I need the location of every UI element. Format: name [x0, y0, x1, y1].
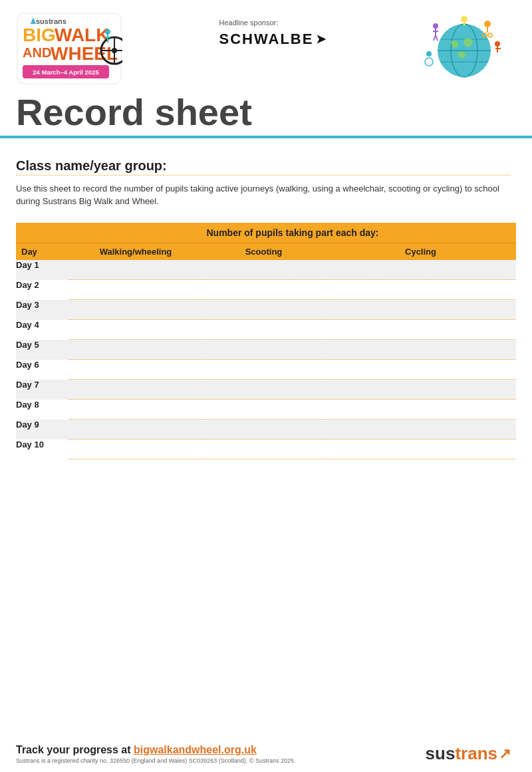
- table-banner-row: Number of pupils taking part each day:: [16, 223, 516, 243]
- scooting-input-day1[interactable]: [202, 268, 325, 280]
- sustrans-prefix: sus: [426, 743, 456, 763]
- col-header-cycling: Cycling: [325, 243, 516, 260]
- scooting-input-day7[interactable]: [202, 388, 325, 400]
- scooting-input-cell[interactable]: [202, 420, 325, 440]
- cycling-input-cell[interactable]: [325, 440, 516, 459]
- cycling-input-cell[interactable]: [325, 320, 516, 340]
- walking-input-day5[interactable]: [69, 348, 202, 360]
- headline-sponsor-label: Headline sponsor:: [219, 19, 279, 27]
- big-walk-wheel-logo: sustrans BIG WALK AND WHEEL: [16, 12, 122, 85]
- day-label: Day 9: [16, 420, 69, 440]
- walking-input-cell[interactable]: [69, 300, 202, 320]
- day-label: Day 6: [16, 360, 69, 380]
- walking-input-cell[interactable]: [69, 360, 202, 380]
- scooting-input-day10[interactable]: [202, 448, 325, 459]
- table-banner: Number of pupils taking part each day:: [69, 223, 516, 243]
- walking-input-cell[interactable]: [69, 400, 202, 420]
- track-link[interactable]: bigwalkandwheel.org.uk: [134, 744, 257, 755]
- table-row: Day 7: [16, 380, 516, 400]
- table-row: Day 4: [16, 320, 516, 340]
- globe-illustration: [418, 12, 511, 85]
- scooting-input-cell[interactable]: [202, 440, 325, 459]
- walking-input-day7[interactable]: [69, 388, 202, 400]
- svg-point-37: [461, 16, 467, 23]
- svg-text:WALK: WALK: [55, 25, 109, 45]
- scooting-input-cell[interactable]: [202, 320, 325, 340]
- svg-point-35: [426, 51, 432, 57]
- scooting-input-day4[interactable]: [202, 328, 325, 340]
- walking-input-cell[interactable]: [69, 320, 202, 340]
- cycling-input-cell[interactable]: [325, 280, 516, 300]
- walking-input-day8[interactable]: [69, 408, 202, 420]
- walking-input-day9[interactable]: [69, 428, 202, 440]
- cycling-input-cell[interactable]: [325, 380, 516, 400]
- scooting-input-cell[interactable]: [202, 300, 325, 320]
- scooting-input-cell[interactable]: [202, 280, 325, 300]
- cycling-input-day7[interactable]: [325, 388, 516, 400]
- svg-point-32: [495, 41, 500, 47]
- page: sustrans BIG WALK AND WHEEL: [0, 0, 532, 772]
- track-label: Track your progress at: [16, 744, 134, 755]
- cycling-input-cell[interactable]: [325, 260, 516, 280]
- scooting-input-day9[interactable]: [202, 428, 325, 440]
- scooting-input-cell[interactable]: [202, 340, 325, 360]
- cycling-input-cell[interactable]: [325, 360, 516, 380]
- day-label: Day 5: [16, 340, 69, 360]
- cycling-input-day10[interactable]: [325, 448, 516, 459]
- logo-area: sustrans BIG WALK AND WHEEL: [16, 12, 122, 85]
- walking-input-cell[interactable]: [69, 440, 202, 459]
- scooting-input-day3[interactable]: [202, 308, 325, 320]
- table-row: Day 3: [16, 300, 516, 320]
- walking-input-cell[interactable]: [69, 260, 202, 280]
- title-section: Record sheet: [0, 92, 532, 138]
- walking-input-day6[interactable]: [69, 368, 202, 380]
- scooting-input-day6[interactable]: [202, 368, 325, 380]
- cycling-input-day5[interactable]: [325, 348, 516, 360]
- scooting-input-day2[interactable]: [202, 288, 325, 300]
- cycling-input-cell[interactable]: [325, 340, 516, 360]
- cycling-input-day2[interactable]: [325, 288, 516, 300]
- scooting-input-cell[interactable]: [202, 360, 325, 380]
- table-row: Day 9: [16, 420, 516, 440]
- class-name-input-line[interactable]: [16, 175, 511, 176]
- footer-left: Track your progress at bigwalkandwheel.o…: [16, 744, 294, 764]
- cycling-input-day4[interactable]: [325, 328, 516, 340]
- sustrans-suffix: trans: [455, 743, 497, 763]
- walking-input-day1[interactable]: [69, 268, 202, 280]
- globe-svg: [421, 14, 507, 84]
- scooting-input-cell[interactable]: [202, 380, 325, 400]
- day-label: Day 7: [16, 380, 69, 400]
- cycling-input-day1[interactable]: [325, 268, 516, 280]
- cycling-input-day9[interactable]: [325, 428, 516, 440]
- table-row: Day 8: [16, 400, 516, 420]
- svg-point-23: [484, 21, 491, 27]
- day-label: Day 4: [16, 320, 69, 340]
- table-row: Day 1: [16, 260, 516, 280]
- svg-point-27: [433, 23, 438, 29]
- table-row: Day 10: [16, 440, 516, 459]
- scooting-input-day8[interactable]: [202, 408, 325, 420]
- cycling-input-day8[interactable]: [325, 408, 516, 420]
- cycling-input-cell[interactable]: [325, 300, 516, 320]
- cycling-input-cell[interactable]: [325, 420, 516, 440]
- cycling-input-cell[interactable]: [325, 400, 516, 420]
- walking-input-cell[interactable]: [69, 340, 202, 360]
- table-row: Day 6: [16, 360, 516, 380]
- walking-input-day3[interactable]: [69, 308, 202, 320]
- scooting-input-cell[interactable]: [202, 260, 325, 280]
- walking-input-day4[interactable]: [69, 328, 202, 340]
- sponsor-section: Headline sponsor: SCHWALBE ➤: [219, 12, 328, 48]
- cycling-input-day6[interactable]: [325, 368, 516, 380]
- scooting-input-day5[interactable]: [202, 348, 325, 360]
- walking-input-cell[interactable]: [69, 380, 202, 400]
- cycling-input-day3[interactable]: [325, 308, 516, 320]
- col-header-scooting: Scooting: [202, 243, 325, 260]
- walking-input-cell[interactable]: [69, 420, 202, 440]
- walking-input-day10[interactable]: [69, 448, 202, 459]
- sustrans-text: sustrans: [426, 743, 497, 764]
- class-section: Class name/year group: Use this sheet to…: [0, 148, 532, 223]
- walking-input-cell[interactable]: [69, 280, 202, 300]
- table-row: Day 2: [16, 280, 516, 300]
- scooting-input-cell[interactable]: [202, 400, 325, 420]
- walking-input-day2[interactable]: [69, 288, 202, 300]
